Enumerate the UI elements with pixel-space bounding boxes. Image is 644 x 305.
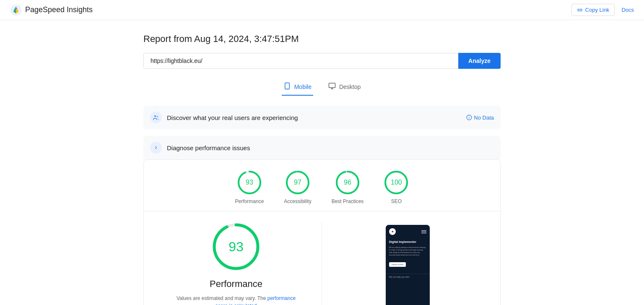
copy-link-label: Copy Link bbox=[585, 7, 610, 13]
large-performance-circle: 93 bbox=[211, 222, 261, 272]
best-practices-value: 96 bbox=[344, 179, 351, 186]
url-bar-row: Analyze bbox=[143, 53, 501, 69]
info-icon bbox=[466, 115, 472, 120]
diagnose-left: Diagnose performance issues bbox=[150, 142, 250, 154]
header-left: PageSpeed Insights bbox=[10, 4, 93, 16]
url-input[interactable] bbox=[143, 53, 458, 69]
mockup-button: Choose a demo bbox=[389, 262, 406, 267]
diagnose-section: Diagnose performance issues bbox=[143, 136, 501, 159]
performance-detail: 93 Performance Values are estimated and … bbox=[151, 211, 493, 305]
mockup-content: Digital Implementer We are helping start… bbox=[386, 237, 430, 274]
real-users-icon bbox=[150, 112, 162, 123]
accessibility-circle: 97 bbox=[285, 170, 310, 195]
link-icon bbox=[577, 7, 583, 13]
header: PageSpeed Insights Copy Link Docs bbox=[0, 0, 644, 20]
perf-left: 93 Performance Values are estimated and … bbox=[151, 222, 322, 305]
score-accessibility[interactable]: 97 Accessibility bbox=[284, 170, 311, 204]
mockup-footer: We can help you with... bbox=[386, 274, 430, 280]
seo-value: 100 bbox=[391, 179, 402, 186]
svg-point-7 bbox=[157, 116, 158, 117]
large-performance-value: 93 bbox=[229, 239, 244, 255]
accessibility-label: Accessibility bbox=[284, 198, 311, 204]
svg-rect-3 bbox=[329, 83, 335, 88]
no-data-label: No Data bbox=[474, 115, 494, 121]
app-title: PageSpeed Insights bbox=[25, 5, 93, 14]
mockup-text: We are helping startups and businesses c… bbox=[389, 246, 426, 256]
desktop-icon bbox=[328, 82, 336, 91]
score-seo[interactable]: 100 SEO bbox=[384, 170, 409, 204]
score-performance[interactable]: 93 Performance bbox=[235, 170, 264, 204]
analyze-button[interactable]: Analyze bbox=[458, 53, 501, 69]
perf-description: Values are estimated and may vary. The p… bbox=[173, 295, 299, 305]
psi-logo-icon bbox=[10, 4, 22, 16]
docs-link[interactable]: Docs bbox=[621, 7, 634, 13]
header-right: Copy Link Docs bbox=[571, 4, 634, 16]
mockup-logo-icon: ✦ bbox=[389, 228, 396, 235]
score-best-practices[interactable]: 96 Best Practices bbox=[332, 170, 364, 204]
tab-mobile-label: Mobile bbox=[294, 83, 312, 90]
real-users-left: Discover what your real users are experi… bbox=[150, 112, 298, 123]
seo-circle: 100 bbox=[384, 170, 409, 195]
diagnose-icon bbox=[150, 142, 162, 154]
mockup-menu-icon bbox=[421, 230, 426, 233]
perf-desc-part1: Values are estimated and may vary. The bbox=[177, 295, 266, 301]
scores-row: 93 Performance 97 Accessibility 96 Best … bbox=[151, 170, 493, 204]
mockup-header: ✦ bbox=[386, 225, 430, 237]
mockup-title: Digital Implementer bbox=[389, 240, 426, 244]
best-practices-label: Best Practices bbox=[332, 198, 364, 204]
main-content: Report from Aug 14, 2024, 3:47:51PM Anal… bbox=[133, 20, 511, 305]
tabs-row: Mobile Desktop bbox=[143, 79, 501, 96]
tab-mobile[interactable]: Mobile bbox=[282, 79, 313, 96]
real-users-title: Discover what your real users are experi… bbox=[167, 114, 298, 121]
scores-container: 93 Performance 97 Accessibility 96 Best … bbox=[143, 159, 501, 305]
perf-right: ✦ Digital Implementer We are helping sta… bbox=[322, 222, 493, 305]
accessibility-value: 97 bbox=[294, 179, 301, 186]
report-title: Report from Aug 14, 2024, 3:47:51PM bbox=[143, 34, 501, 44]
tab-desktop-label: Desktop bbox=[339, 83, 361, 90]
copy-link-button[interactable]: Copy Link bbox=[571, 4, 615, 16]
real-users-section: Discover what your real users are experi… bbox=[143, 106, 501, 129]
performance-label: Performance bbox=[235, 198, 264, 204]
mobile-icon bbox=[283, 82, 291, 91]
diagnose-title: Diagnose performance issues bbox=[167, 144, 250, 151]
svg-point-2 bbox=[287, 88, 288, 89]
website-screenshot: ✦ Digital Implementer We are helping sta… bbox=[386, 225, 430, 305]
tab-desktop[interactable]: Desktop bbox=[327, 79, 362, 96]
svg-point-11 bbox=[153, 145, 158, 150]
wrench-icon bbox=[153, 144, 159, 151]
no-data-indicator: No Data bbox=[466, 115, 494, 121]
best-practices-circle: 96 bbox=[335, 170, 360, 195]
seo-label: SEO bbox=[391, 198, 402, 204]
svg-point-6 bbox=[154, 115, 156, 117]
performance-value: 93 bbox=[246, 179, 253, 186]
performance-circle: 93 bbox=[237, 170, 262, 195]
perf-section-title: Performance bbox=[210, 279, 262, 289]
